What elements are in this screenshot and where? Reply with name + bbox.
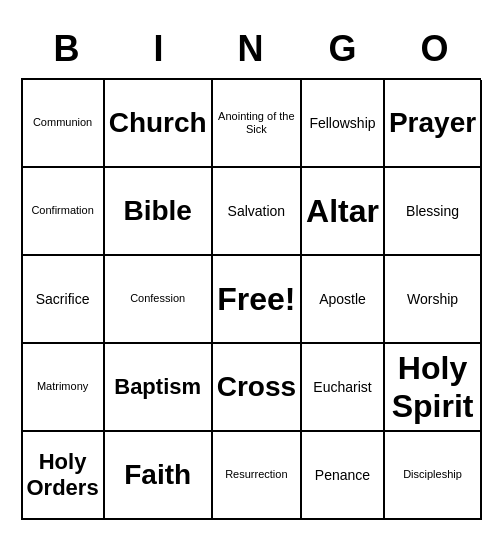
cell-text: Bible bbox=[123, 194, 191, 228]
bingo-cell: Worship bbox=[385, 256, 482, 344]
bingo-cell: Confirmation bbox=[23, 168, 105, 256]
bingo-cell: Eucharist bbox=[302, 344, 385, 432]
cell-text: Cross bbox=[217, 370, 296, 404]
cell-text: Sacrifice bbox=[36, 291, 90, 308]
cell-text: Holy Spirit bbox=[389, 349, 476, 426]
cell-text: Matrimony bbox=[37, 380, 88, 393]
bingo-cell: Free! bbox=[213, 256, 302, 344]
cell-text: Apostle bbox=[319, 291, 366, 308]
bingo-cell: Church bbox=[105, 80, 213, 168]
cell-text: Discipleship bbox=[403, 468, 462, 481]
bingo-cell: Altar bbox=[302, 168, 385, 256]
bingo-cell: Holy Spirit bbox=[385, 344, 482, 432]
cell-text: Church bbox=[109, 106, 207, 140]
bingo-cell: Penance bbox=[302, 432, 385, 520]
bingo-cell: Resurrection bbox=[213, 432, 302, 520]
cell-text: Anointing of the Sick bbox=[217, 110, 296, 136]
bingo-grid: CommunionChurchAnointing of the SickFell… bbox=[21, 78, 481, 520]
header-letter: B bbox=[21, 24, 113, 74]
bingo-cell: Baptism bbox=[105, 344, 213, 432]
bingo-cell: Matrimony bbox=[23, 344, 105, 432]
bingo-header: BINGO bbox=[21, 24, 481, 74]
bingo-cell: Anointing of the Sick bbox=[213, 80, 302, 168]
cell-text: Communion bbox=[33, 116, 92, 129]
header-letter: I bbox=[113, 24, 205, 74]
cell-text: Blessing bbox=[406, 203, 459, 220]
cell-text: Baptism bbox=[114, 374, 201, 400]
bingo-cell: Holy Orders bbox=[23, 432, 105, 520]
header-letter: G bbox=[297, 24, 389, 74]
cell-text: Faith bbox=[124, 458, 191, 492]
cell-text: Worship bbox=[407, 291, 458, 308]
bingo-cell: Faith bbox=[105, 432, 213, 520]
cell-text: Prayer bbox=[389, 106, 476, 140]
cell-text: Resurrection bbox=[225, 468, 287, 481]
bingo-cell: Confession bbox=[105, 256, 213, 344]
cell-text: Confirmation bbox=[31, 204, 93, 217]
cell-text: Penance bbox=[315, 467, 370, 484]
bingo-cell: Prayer bbox=[385, 80, 482, 168]
bingo-cell: Communion bbox=[23, 80, 105, 168]
cell-text: Holy Orders bbox=[27, 449, 99, 502]
bingo-card: BINGO CommunionChurchAnointing of the Si… bbox=[11, 14, 491, 530]
bingo-cell: Salvation bbox=[213, 168, 302, 256]
bingo-cell: Sacrifice bbox=[23, 256, 105, 344]
bingo-cell: Fellowship bbox=[302, 80, 385, 168]
bingo-cell: Cross bbox=[213, 344, 302, 432]
header-letter: O bbox=[389, 24, 481, 74]
cell-text: Salvation bbox=[228, 203, 286, 220]
bingo-cell: Bible bbox=[105, 168, 213, 256]
cell-text: Free! bbox=[217, 280, 295, 318]
bingo-cell: Blessing bbox=[385, 168, 482, 256]
cell-text: Eucharist bbox=[313, 379, 371, 396]
bingo-cell: Discipleship bbox=[385, 432, 482, 520]
bingo-cell: Apostle bbox=[302, 256, 385, 344]
cell-text: Confession bbox=[130, 292, 185, 305]
header-letter: N bbox=[205, 24, 297, 74]
cell-text: Altar bbox=[306, 192, 379, 230]
cell-text: Fellowship bbox=[309, 115, 375, 132]
